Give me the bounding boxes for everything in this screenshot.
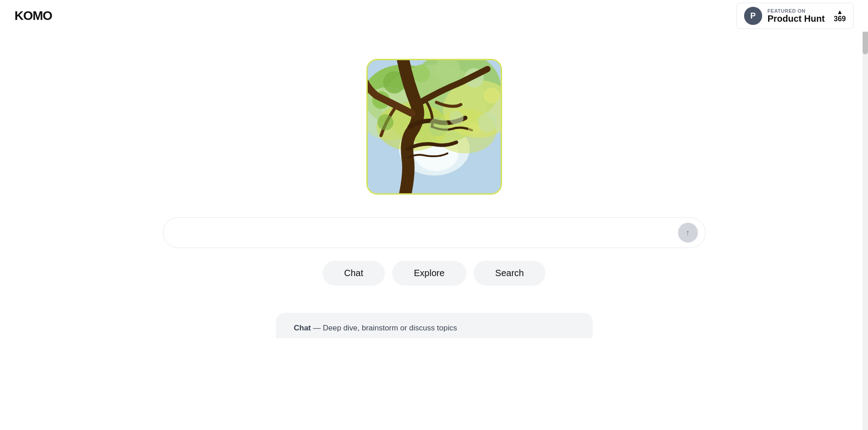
arrow-up-icon: ↑ <box>686 228 690 238</box>
product-hunt-badge[interactable]: P FEATURED ON Product Hunt ▲ 369 <box>736 3 854 29</box>
mode-buttons: Chat Explore Search <box>323 261 545 286</box>
hint-mode-label: Chat <box>294 324 311 332</box>
search-button[interactable]: Search <box>474 261 545 286</box>
header: KOMO P FEATURED ON Product Hunt ▲ 369 <box>0 0 868 32</box>
svg-point-16 <box>478 113 497 132</box>
svg-point-18 <box>429 117 448 136</box>
svg-point-20 <box>468 123 480 135</box>
bottom-hint: Chat — Deep dive, brainstorm or discuss … <box>276 313 593 338</box>
search-bar: ↑ <box>163 217 706 248</box>
hint-description: Deep dive, brainstorm or discuss topics <box>323 324 457 332</box>
svg-point-17 <box>377 115 393 130</box>
chat-button[interactable]: Chat <box>323 261 385 286</box>
hero-image <box>366 59 502 195</box>
product-hunt-votes: ▲ 369 <box>834 9 846 23</box>
logo: KOMO <box>14 9 52 23</box>
scrollbar[interactable] <box>863 0 868 430</box>
main-content: ↑ Chat Explore Search Chat — Deep dive, … <box>0 0 868 430</box>
hint-separator: — <box>313 324 323 332</box>
product-hunt-logo: P <box>744 7 762 25</box>
svg-point-11 <box>412 65 430 82</box>
svg-point-19 <box>449 111 463 125</box>
product-hunt-name: Product Hunt <box>768 14 825 24</box>
vote-count: 369 <box>834 15 846 23</box>
hero-image-svg <box>368 60 501 193</box>
search-submit-button[interactable]: ↑ <box>678 223 698 243</box>
product-hunt-text: FEATURED ON Product Hunt <box>768 8 825 24</box>
search-bar-container: ↑ <box>163 217 706 248</box>
svg-point-14 <box>484 88 499 104</box>
upvote-arrow-icon: ▲ <box>837 9 843 15</box>
bottom-hint-text: Chat — Deep dive, brainstorm or discuss … <box>294 324 574 333</box>
search-input[interactable] <box>174 228 678 238</box>
product-hunt-featured-label: FEATURED ON <box>768 8 825 14</box>
explore-button[interactable]: Explore <box>392 261 466 286</box>
